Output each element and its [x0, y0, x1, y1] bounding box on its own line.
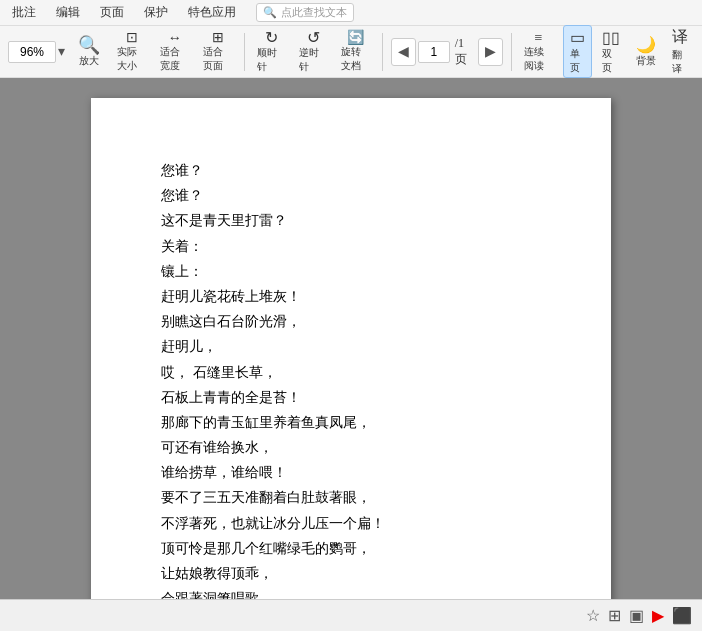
menu-features[interactable]: 特色应用 — [184, 2, 240, 23]
document-line: 您谁？ — [161, 158, 541, 183]
separator-3 — [511, 33, 512, 71]
document-line: 那廊下的青玉缸里养着鱼真凤尾， — [161, 410, 541, 435]
document-line: 可还有谁给换水， — [161, 435, 541, 460]
clockwise-button[interactable]: ↻ 顺时针 — [253, 28, 289, 76]
translate-button[interactable]: 译 翻译 — [666, 25, 694, 78]
counter-clockwise-icon: ↺ — [307, 30, 320, 46]
document-line: 您谁？ — [161, 183, 541, 208]
view-icon[interactable]: ▣ — [629, 606, 644, 625]
document-page: 您谁？您谁？这不是青天里打雷？关着：镶上：赶明儿瓷花砖上堆灰！别瞧这白石台阶光滑… — [91, 98, 611, 599]
zoom-input[interactable] — [8, 41, 56, 63]
star-icon[interactable]: ☆ — [586, 606, 600, 625]
continuous-read-icon: ≡ — [534, 31, 542, 45]
page-total: /1页 — [455, 36, 474, 68]
fit-width-button[interactable]: ↔ 适合宽度 — [156, 29, 193, 75]
fullscreen-icon[interactable]: ⬛ — [672, 606, 692, 625]
search-placeholder: 点此查找文本 — [281, 5, 347, 20]
single-page-button[interactable]: ▭ 单页 — [563, 25, 592, 78]
night-mode-icon: 🌙 — [636, 35, 656, 54]
status-bar: ☆ ⊞ ▣ ▶ ⬛ — [0, 599, 702, 631]
double-page-button[interactable]: ▯▯ 双页 — [596, 26, 626, 77]
document-line: 镶上： — [161, 259, 541, 284]
night-mode-button[interactable]: 🌙 背景 — [630, 33, 662, 70]
document-line: 不浮著死，也就让冰分儿压一个扁！ — [161, 511, 541, 536]
document-line: 赶明儿， — [161, 334, 541, 359]
menu-page[interactable]: 页面 — [96, 2, 128, 23]
grid-icon[interactable]: ⊞ — [608, 606, 621, 625]
document-line: 石板上青青的全是苔！ — [161, 385, 541, 410]
translate-icon: 译 — [672, 27, 688, 48]
double-page-icon: ▯▯ — [602, 28, 620, 47]
zoom-in-icon: 🔍 — [78, 36, 100, 54]
document-line: 这不是青天里打雷？ — [161, 208, 541, 233]
search-icon: 🔍 — [263, 6, 277, 19]
rotate-doc-button[interactable]: 🔄 旋转文档 — [337, 29, 374, 75]
document-line: 谁给捞草，谁给喂！ — [161, 460, 541, 485]
menu-protect[interactable]: 保护 — [140, 2, 172, 23]
rotate-doc-icon: 🔄 — [347, 31, 364, 45]
nav-section: ◀ /1页 ▶ — [391, 36, 503, 68]
fit-page-button[interactable]: ⊞ 适合页面 — [199, 29, 236, 75]
document-line: 会跟著洞箫唱歌， — [161, 586, 541, 599]
toolbar: ▾ 🔍 放大 ⊡ 实际大小 ↔ 适合宽度 ⊞ 适合页面 ↻ 顺时针 ↺ 逆时针 … — [0, 26, 702, 78]
actual-size-button[interactable]: ⊡ 实际大小 — [113, 29, 150, 75]
separator-1 — [244, 33, 245, 71]
prev-page-button[interactable]: ◀ — [391, 38, 416, 66]
document-area: 您谁？您谁？这不是青天里打雷？关着：镶上：赶明儿瓷花砖上堆灰！别瞧这白石台阶光滑… — [0, 78, 702, 599]
fit-width-icon: ↔ — [168, 31, 182, 45]
counter-clockwise-button[interactable]: ↺ 逆时针 — [295, 28, 331, 76]
document-line: 赶明儿瓷花砖上堆灰！ — [161, 284, 541, 309]
page-number-input[interactable] — [418, 41, 450, 63]
menu-bar: 批注 编辑 页面 保护 特色应用 🔍 点此查找文本 — [0, 0, 702, 26]
status-icons: ☆ ⊞ ▣ ▶ ⬛ — [586, 606, 692, 625]
right-tools: ▭ 单页 ▯▯ 双页 🌙 背景 译 翻译 — [563, 25, 694, 78]
actual-size-icon: ⊡ — [126, 31, 138, 45]
document-line: 哎， 石缝里长草， — [161, 360, 541, 385]
document-line: 要不了三五天准翻着白肚鼓著眼， — [161, 485, 541, 510]
zoom-dropdown-icon[interactable]: ▾ — [58, 43, 65, 60]
next-page-button[interactable]: ▶ — [478, 38, 503, 66]
document-line: 让姑娘教得顶乖， — [161, 561, 541, 586]
document-line: 别瞧这白石台阶光滑， — [161, 309, 541, 334]
menu-annotate[interactable]: 批注 — [8, 2, 40, 23]
zoom-in-button[interactable]: 🔍 放大 — [71, 34, 107, 70]
search-box[interactable]: 🔍 点此查找文本 — [256, 3, 354, 22]
continuous-read-button[interactable]: ≡ 连续阅读 — [520, 29, 557, 75]
document-line: 关着： — [161, 234, 541, 259]
menu-edit[interactable]: 编辑 — [52, 2, 84, 23]
clockwise-icon: ↻ — [265, 30, 278, 46]
separator-2 — [382, 33, 383, 71]
document-line: 顶可怜是那几个红嘴绿毛的鹦哥， — [161, 536, 541, 561]
play-icon[interactable]: ▶ — [652, 606, 664, 625]
single-page-icon: ▭ — [570, 28, 585, 47]
fit-page-icon: ⊞ — [212, 31, 224, 45]
